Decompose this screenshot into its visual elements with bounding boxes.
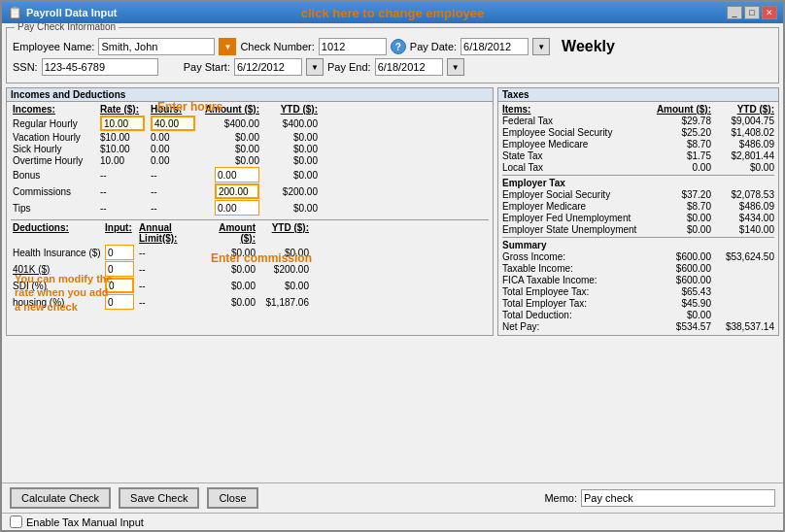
- table-row: Federal Tax $29.78 $9,004.75: [502, 116, 774, 126]
- pay-date-dropdown[interactable]: ▼: [532, 38, 550, 55]
- table-row: Employer State Unemployment $0.00 $140.0…: [502, 224, 774, 235]
- ded-name: SDI (%): [13, 281, 105, 291]
- table-row: Tips -- -- $0.00: [11, 200, 489, 216]
- income-ytd: $0.00: [259, 170, 318, 181]
- tax-name: Local Tax: [502, 162, 648, 173]
- income-ytd: $0.00: [259, 132, 318, 143]
- taxes-header: Taxes: [498, 88, 778, 102]
- summary-name: Total Employer Tax:: [502, 298, 648, 309]
- pay-start-input[interactable]: [234, 58, 302, 76]
- employer-tax-header: Employer Tax: [502, 178, 774, 188]
- health-input[interactable]: [105, 245, 134, 260]
- ded-name: 401K ($): [13, 264, 105, 275]
- commissions-amount-input[interactable]: [215, 183, 259, 199]
- ded-input-cell: [105, 261, 139, 277]
- table-row: Overtime Hourly 10.00 0.00 $0.00 $0.00: [11, 155, 489, 166]
- incomes-col-headers: Incomes: Rate ($): Hours: Amount ($): YT…: [11, 104, 489, 115]
- income-amount: $0.00: [201, 144, 259, 154]
- save-check-button[interactable]: Save Check: [119, 487, 199, 509]
- incomes-deductions-panel: Incomes and Deductions Enter hours Incom…: [6, 87, 494, 336]
- paycheck-info-group: Pay Check Information Employee Name: ▼ C…: [6, 27, 779, 83]
- enable-tax-label: Enable Tax Manual Input: [26, 516, 144, 528]
- pay-start-label: Pay Start:: [184, 61, 230, 73]
- close-window-button[interactable]: ✕: [762, 6, 777, 19]
- enable-tax-row: Enable Tax Manual Input: [2, 513, 783, 530]
- table-row: 401K ($) -- $0.00 $200.00: [11, 261, 489, 277]
- table-row: Employer Medicare $8.70 $486.09: [502, 201, 774, 212]
- tax-name: Employer Social Security: [502, 189, 648, 200]
- tax-ytd: $0.00: [711, 162, 774, 173]
- income-ytd: $0.00: [259, 144, 318, 154]
- table-row: Sick Hourly $10.00 0.00 $0.00 $0.00: [11, 144, 489, 154]
- deductions-col-headers: Deductions: Input: Annual Limit($): Amou…: [11, 222, 489, 244]
- pay-end-label: Pay End:: [327, 61, 371, 73]
- window-title: Payroll Data Input: [26, 7, 118, 18]
- divider: [11, 219, 489, 220]
- minimize-button[interactable]: _: [727, 6, 742, 19]
- table-row: Taxable Income: $600.00: [502, 263, 774, 274]
- housing-input[interactable]: [105, 294, 134, 310]
- tax-ytd: $9,004.75: [711, 116, 774, 126]
- sdi-input[interactable]: [105, 278, 134, 293]
- ded-amount: $0.00: [202, 248, 256, 258]
- hint-change-employee: click here to change employee: [301, 6, 485, 20]
- table-row: FICA Taxable Income: $600.00: [502, 275, 774, 285]
- regular-hours-input[interactable]: [151, 116, 195, 131]
- incomes-col-name-header: Incomes:: [13, 104, 100, 115]
- paycheck-info-label: Pay Check Information: [15, 23, 119, 32]
- deductions-section: Deductions: Input: Annual Limit($): Amou…: [11, 222, 489, 310]
- memo-input[interactable]: [581, 489, 775, 507]
- summary-amount: $600.00: [648, 275, 711, 285]
- table-row: Employee Medicare $8.70 $486.09: [502, 139, 774, 150]
- income-amount: $400.00: [201, 118, 259, 129]
- income-name: Commissions: [13, 186, 100, 197]
- 401k-input[interactable]: [105, 261, 134, 277]
- ded-col-name-header: Deductions:: [13, 222, 105, 244]
- ded-ytd: $200.00: [256, 264, 309, 275]
- tax-name: Employer State Unemployment: [502, 224, 648, 235]
- pay-end-dropdown[interactable]: ▼: [447, 58, 464, 76]
- table-row: SDI (%) -- $0.00 $0.00: [11, 278, 489, 293]
- income-name: Sick Hourly: [13, 144, 100, 154]
- table-row: Total Deduction: $0.00: [502, 310, 774, 320]
- pay-start-dropdown[interactable]: ▼: [306, 58, 324, 76]
- income-hours: 0.00: [151, 144, 201, 154]
- title-bar: 📋 Payroll Data Input click here to chang…: [2, 2, 783, 23]
- bottom-bar: Calculate Check Save Check Close Memo:: [2, 482, 783, 513]
- table-row: Total Employee Tax: $65.43: [502, 286, 774, 297]
- help-button[interactable]: ?: [391, 39, 406, 54]
- income-amount: $0.00: [201, 132, 259, 143]
- content-area: Pay Check Information Employee Name: ▼ C…: [2, 23, 783, 482]
- incomes-section: Incomes: Rate ($): Hours: Amount ($): YT…: [11, 104, 489, 216]
- regular-rate-input[interactable]: [100, 116, 145, 131]
- ded-limit: --: [139, 248, 202, 258]
- calculate-check-button[interactable]: Calculate Check: [10, 487, 111, 509]
- income-ytd: $0.00: [259, 203, 318, 214]
- bonus-amount-input[interactable]: [215, 167, 259, 183]
- ssn-input[interactable]: [42, 58, 158, 76]
- table-row: Employer Social Security $37.20 $2,078.5…: [502, 189, 774, 200]
- ded-input-cell: [105, 278, 139, 293]
- tax-ytd: $2,078.53: [711, 189, 774, 200]
- taxes-col-ytd: YTD ($):: [711, 104, 774, 115]
- table-row: Bonus -- -- $0.00: [11, 167, 489, 183]
- summary-amount: $600.00: [648, 251, 711, 262]
- ded-col-amount-header: Amount ($):: [202, 222, 256, 244]
- main-window: 📋 Payroll Data Input click here to chang…: [0, 0, 785, 532]
- pay-date-input[interactable]: [461, 38, 529, 55]
- enable-tax-checkbox[interactable]: [10, 515, 22, 528]
- maximize-button[interactable]: □: [744, 6, 760, 19]
- employee-dropdown-button[interactable]: ▼: [219, 38, 236, 55]
- summary-name: Net Pay:: [502, 321, 648, 332]
- income-hours: --: [151, 186, 201, 197]
- summary-ytd: $38,537.14: [711, 321, 774, 332]
- income-hours: 0.00: [151, 132, 201, 143]
- close-button[interactable]: Close: [207, 487, 257, 509]
- pay-end-input[interactable]: [375, 58, 443, 76]
- tax-name: Employee Medicare: [502, 139, 648, 150]
- tax-amount: 0.00: [648, 162, 711, 173]
- employee-name-input[interactable]: [98, 38, 215, 55]
- tips-amount-input[interactable]: [215, 200, 259, 216]
- check-number-input[interactable]: [319, 38, 387, 55]
- income-amount-cell: [201, 183, 259, 199]
